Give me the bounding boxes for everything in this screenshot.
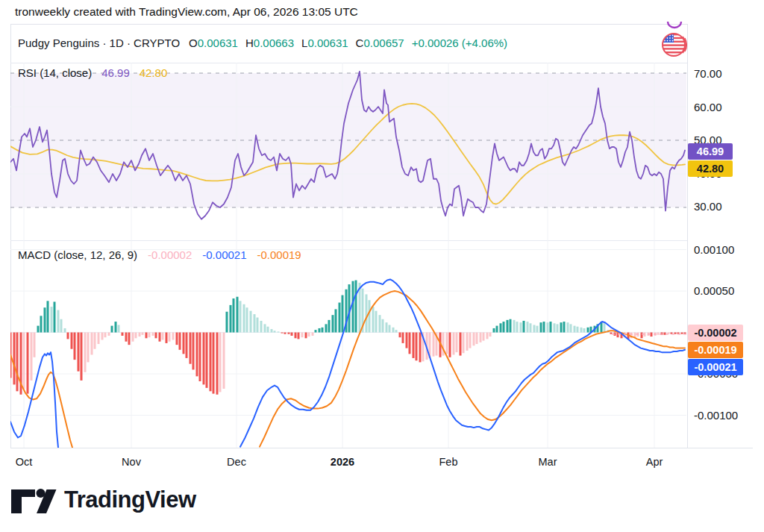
- price-axis[interactable]: 70.0060.0050.0040.0030.000.001000.000500…: [687, 24, 754, 448]
- macd-last-value-badge-2: -0.00021: [688, 359, 743, 375]
- rsi-axis-label-4: 30.00: [694, 200, 722, 213]
- ohlc-values: O0.00631H0.00663L0.00631C0.00657: [189, 37, 404, 49]
- time-axis[interactable]: OctNovDec2026FebMarApr: [10, 448, 753, 477]
- time-label-2026: 2026: [331, 456, 354, 468]
- macd-last-value-badge-0: -0.00002: [688, 325, 743, 341]
- ohlc-item-l: L0.00631: [301, 37, 348, 49]
- rsi-axis-label-1: 60.00: [694, 101, 722, 113]
- tradingview-logo-icon: [10, 485, 57, 515]
- rsi-value: 46.99: [101, 66, 130, 79]
- macd-header-value-1: -0.00021: [202, 248, 246, 261]
- macd-axis-label-4: -0.00100: [694, 409, 738, 422]
- macd-axis-label-0: 0.00100: [694, 243, 734, 256]
- time-label-dec: Dec: [227, 456, 246, 468]
- ohlc-item-h: H0.00663: [245, 37, 294, 49]
- rsi-legend[interactable]: RSI (14, close) 46.99 42.80: [18, 66, 167, 79]
- ohlc-item-c: C0.00657: [356, 37, 404, 49]
- rsi-ma-value: 42.80: [140, 66, 168, 79]
- rsi-label[interactable]: RSI (14, close): [18, 66, 92, 79]
- macd-label[interactable]: MACD (close, 12, 26, 9): [18, 248, 137, 261]
- macd-axis-label-1: 0.00050: [694, 284, 734, 297]
- rsi-last-value-badge-1: 42.80: [688, 160, 733, 177]
- macd-last-value-badge-1: -0.00019: [688, 342, 743, 358]
- us-flag-icon[interactable]: [660, 30, 689, 60]
- rsi-last-value-badge-0: 46.99: [688, 143, 733, 160]
- time-label-nov: Nov: [122, 456, 141, 468]
- macd-header-value-0: -0.00002: [148, 248, 192, 261]
- tradingview-logo-text: TradingView: [64, 486, 196, 513]
- time-label-feb: Feb: [439, 456, 458, 468]
- symbol-title[interactable]: Pudgy Penguins · 1D · CRYPTO: [18, 37, 180, 49]
- tradingview-logo[interactable]: TradingView: [10, 485, 196, 515]
- time-label-oct: Oct: [16, 456, 33, 468]
- macd-values: -0.00002-0.00021-0.00019: [148, 248, 301, 261]
- ohlc-item-o: O0.00631: [189, 37, 238, 49]
- rsi-axis-label-0: 70.00: [694, 67, 722, 80]
- macd-header-value-2: -0.00019: [257, 248, 301, 261]
- change-value: +0.00026 (+4.06%): [412, 37, 507, 49]
- time-label-apr: Apr: [646, 456, 663, 468]
- symbol-legend[interactable]: Pudgy Penguins · 1D · CRYPTO O0.00631H0.…: [18, 37, 507, 49]
- tradingview-snapshot: tronweekly created with TradingView.com,…: [0, 0, 764, 532]
- time-label-mar: Mar: [539, 456, 557, 468]
- macd-legend[interactable]: MACD (close, 12, 26, 9) -0.00002-0.00021…: [18, 248, 301, 261]
